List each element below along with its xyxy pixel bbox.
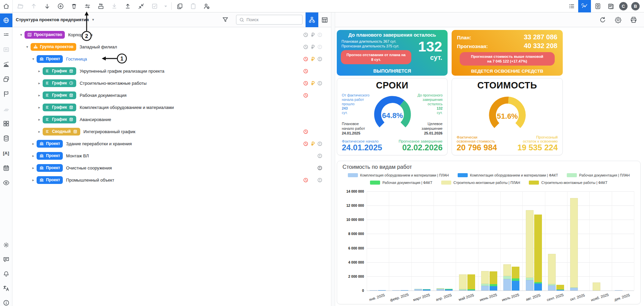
upload-line-button[interactable]	[121, 0, 134, 12]
node-name[interactable]: Корпорация	[68, 32, 93, 37]
sidebar-info-button[interactable]	[0, 296, 12, 306]
collapse-button[interactable]	[134, 0, 148, 12]
sidebar-bell-button[interactable]	[0, 267, 12, 281]
badge-space[interactable]: Пространство	[25, 31, 65, 39]
expander-right-icon[interactable]: ▸	[37, 117, 42, 122]
expander-right-icon[interactable]: ▸	[31, 154, 36, 158]
tree-row[interactable]: ▸ГрафикРабочая документация	[12, 89, 331, 101]
tree-row[interactable]: ▸ГрафикУкрупненный график реализации про…	[12, 65, 331, 77]
activity-button[interactable]	[578, 0, 591, 12]
badge-summary[interactable]: Сводный	[43, 128, 80, 136]
tree-row[interactable]: ▸ГрафикСтроительно-монтажные работы	[12, 77, 331, 89]
expander-right-icon[interactable]: ▸	[31, 178, 36, 182]
badge-schedule[interactable]: График	[43, 116, 76, 123]
node-name[interactable]: Промышленный объект	[66, 178, 114, 183]
folder-open-button[interactable]	[13, 0, 27, 12]
plus-circle-button[interactable]	[54, 0, 67, 12]
sliders-button[interactable]	[81, 0, 94, 12]
search-input[interactable]	[246, 17, 300, 22]
list-button[interactable]	[565, 0, 578, 12]
expander-right-icon[interactable]: ▸	[37, 81, 42, 85]
sidebar-hatch-button[interactable]	[0, 101, 12, 116]
tree-view-toggle[interactable]	[306, 12, 318, 27]
expander-right-icon[interactable]: ▸	[31, 142, 36, 146]
panel-splitter[interactable]	[331, 12, 335, 306]
sidebar-sun-button[interactable]	[0, 238, 12, 252]
checkbox-button[interactable]	[148, 0, 161, 12]
sidebar-globe-button[interactable]	[0, 13, 12, 27]
expander-right-icon[interactable]: ▸	[37, 129, 42, 134]
news-button[interactable]	[604, 0, 617, 12]
arrow-up-button[interactable]	[27, 0, 40, 12]
sidebar-translate-button[interactable]	[0, 281, 12, 296]
tree-row[interactable]: ▸ГрафикАвансирование	[12, 113, 331, 125]
badge-group[interactable]: Группа проектов	[31, 43, 76, 51]
expander-down-icon[interactable]: ▾	[18, 33, 24, 37]
badge-project[interactable]: Проект	[37, 176, 63, 184]
sidebar-flag-button[interactable]	[0, 86, 12, 101]
node-name[interactable]: Монтаж ВЛ	[66, 153, 89, 158]
tree-row[interactable]: ▾Группа проектовЗападный филиал	[12, 41, 331, 53]
node-name[interactable]: Западный филиал	[80, 44, 117, 49]
node-name[interactable]: Комплектация оборудованием и материалами	[80, 105, 174, 110]
filter-button[interactable]	[221, 15, 230, 25]
gear-button[interactable]	[614, 15, 623, 24]
refresh-button[interactable]	[598, 15, 607, 24]
expander-down-icon[interactable]: ▾	[25, 45, 30, 49]
sidebar-chart-curve-button[interactable]	[0, 57, 12, 72]
badge-project[interactable]: Проект	[37, 55, 63, 63]
sidebar-kanban-button[interactable]	[0, 42, 12, 57]
tree-row[interactable]: ▸ПроектМонтаж ВЛ	[12, 150, 331, 162]
printer-button[interactable]	[629, 15, 638, 24]
expander-right-icon[interactable]: ▸	[37, 69, 42, 73]
app-c-icon[interactable]: C	[619, 2, 628, 10]
sidebar-comment-button[interactable]	[0, 252, 12, 267]
expander-right-icon[interactable]: ▸	[31, 166, 36, 170]
box-io-button[interactable]	[94, 0, 107, 12]
badge-project[interactable]: Проект	[37, 152, 63, 160]
sidebar-folders-button[interactable]	[0, 72, 12, 86]
tree-row[interactable]: ▾ПроектГостиница	[12, 53, 331, 65]
node-name[interactable]: Строительно-монтажные работы	[80, 81, 146, 86]
node-name[interactable]: Здание переработки и хранения	[66, 141, 132, 146]
copy-button[interactable]	[173, 0, 186, 12]
sidebar-gantt-button[interactable]	[0, 27, 12, 42]
expander-right-icon[interactable]: ▸	[37, 93, 42, 98]
badge-schedule[interactable]: График	[43, 67, 76, 75]
sidebar-bracket-a-button[interactable]: [A]	[0, 146, 12, 160]
search-box[interactable]	[236, 15, 303, 25]
paste-button[interactable]	[186, 0, 200, 12]
badge-project[interactable]: Проект	[37, 140, 63, 148]
arrow-down-button[interactable]	[40, 0, 54, 12]
node-name[interactable]: Рабочая документация	[80, 93, 127, 98]
expander-right-icon[interactable]: ▸	[37, 105, 42, 110]
node-name[interactable]: Гостиница	[66, 56, 87, 62]
tree-row[interactable]: ▸ПроектПромышленный объект	[12, 174, 331, 186]
tree-row[interactable]: ▸ПроектЗдание переработки и хранения	[12, 138, 331, 150]
sidebar-grid-button[interactable]	[0, 116, 12, 131]
tree-row[interactable]: ▾ПространствоКорпорация	[12, 29, 331, 41]
expander-down-icon[interactable]: ▾	[31, 57, 36, 61]
home-button[interactable]	[0, 0, 13, 12]
passport-button[interactable]	[591, 0, 604, 12]
node-name[interactable]: Интегрированный график	[84, 129, 136, 134]
table-view-toggle[interactable]	[318, 12, 331, 27]
node-name[interactable]: Авансирование	[80, 117, 111, 122]
app-b-icon[interactable]: B	[631, 2, 640, 10]
node-name[interactable]: Укрупненный график реализации проекта	[80, 69, 164, 74]
badge-schedule[interactable]: График	[43, 79, 76, 87]
caret-down-button[interactable]	[161, 0, 170, 12]
node-name[interactable]: Очистные сооружения	[66, 165, 112, 170]
badge-schedule[interactable]: График	[43, 91, 76, 99]
trash-button[interactable]	[67, 0, 81, 12]
user-gear-button[interactable]	[200, 0, 213, 12]
sidebar-database-button[interactable]	[0, 131, 12, 146]
sidebar-calendar-button[interactable]	[0, 160, 12, 175]
tree-row[interactable]: ▸ПроектОчистные сооружения	[12, 162, 331, 174]
badge-project[interactable]: Проект	[37, 164, 63, 172]
tree-title-caret-icon[interactable]: ▾	[92, 17, 94, 22]
tree-row[interactable]: ▸СводныйИнтегрированный график	[12, 125, 331, 138]
tree-row[interactable]: ▸ГрафикКомплектация оборудованием и мате…	[12, 101, 331, 113]
download-line-button[interactable]	[107, 0, 121, 12]
badge-schedule[interactable]: График	[43, 104, 76, 111]
